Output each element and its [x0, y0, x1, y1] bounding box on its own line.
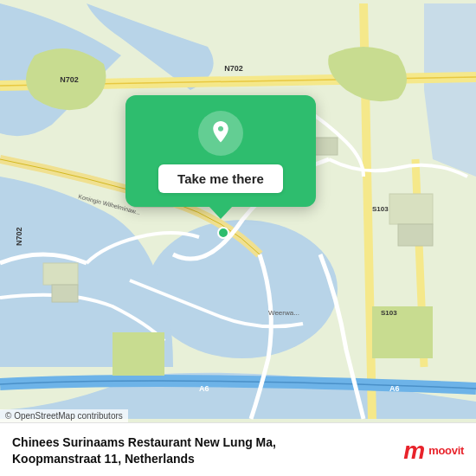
take-me-there-button[interactable]: Take me there [158, 164, 283, 193]
svg-point-22 [218, 228, 228, 238]
svg-text:N702: N702 [224, 64, 243, 73]
restaurant-name: Chinees Surinaams Restaurant New Lung Ma… [12, 434, 393, 466]
moovit-m-letter: m [403, 439, 425, 463]
svg-rect-7 [398, 224, 433, 246]
map-background: N702 N702 N702 S103 S103 A6 A6 Koningin … [0, 0, 476, 422]
svg-text:A6: A6 [389, 384, 400, 393]
svg-text:N702: N702 [15, 227, 23, 246]
svg-rect-6 [389, 194, 433, 224]
app-container: N702 N702 N702 S103 S103 A6 A6 Koningin … [0, 0, 476, 476]
restaurant-info: Chinees Surinaams Restaurant New Lung Ma… [12, 434, 393, 466]
svg-text:N702: N702 [60, 75, 79, 84]
location-icon-wrap [198, 111, 243, 156]
navigation-popup: Take me there [125, 95, 316, 207]
svg-rect-10 [113, 332, 164, 376]
svg-rect-9 [52, 285, 78, 302]
location-pin-icon [209, 121, 233, 145]
svg-text:A6: A6 [199, 384, 209, 393]
moovit-brand-text: moovit [428, 444, 464, 457]
svg-text:Weerwa...: Weerwa... [268, 309, 299, 317]
svg-text:S103: S103 [372, 205, 389, 213]
svg-rect-8 [43, 263, 78, 285]
map-area: N702 N702 N702 S103 S103 A6 A6 Koningin … [0, 0, 476, 422]
osm-attribution: © OpenStreetMap contributors [0, 409, 128, 422]
info-bar: Chinees Surinaams Restaurant New Lung Ma… [0, 422, 476, 476]
svg-text:S103: S103 [381, 309, 397, 317]
moovit-logo: m moovit [403, 439, 464, 463]
